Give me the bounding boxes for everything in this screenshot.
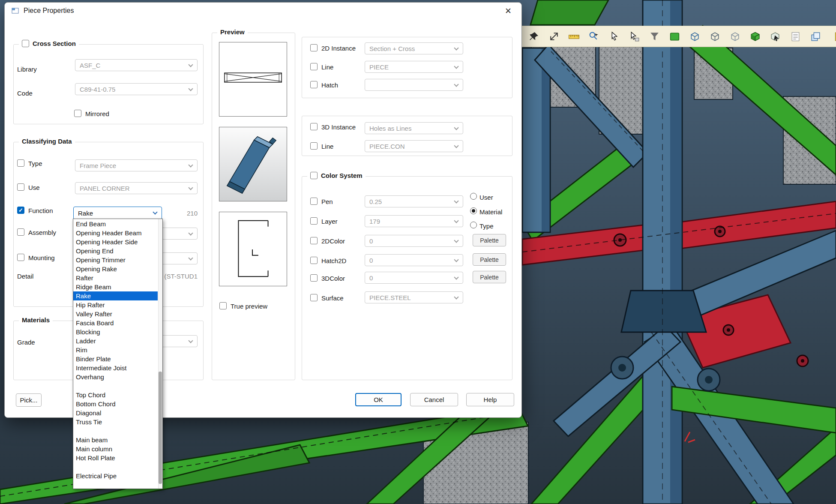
layer-checkbox[interactable]	[310, 217, 318, 225]
color2d-combo[interactable]: 0	[365, 235, 463, 247]
pick-button[interactable]: Pick...	[16, 393, 42, 407]
radio-user[interactable]	[470, 193, 477, 200]
function-combo[interactable]: Rake	[73, 207, 162, 219]
palette-3d-button[interactable]: Palette	[473, 271, 506, 283]
function-option[interactable]: Main column	[73, 444, 158, 453]
function-checkbox[interactable]: ✓	[17, 207, 24, 214]
pen-combo[interactable]: 0.25	[365, 195, 463, 207]
surface-checkbox[interactable]	[310, 294, 318, 301]
box-wire-blue-icon[interactable]	[688, 30, 701, 43]
function-option[interactable]	[73, 462, 158, 471]
mirrored-label: Mirrored	[85, 110, 109, 118]
pin-icon[interactable]	[527, 30, 540, 43]
type-checkbox[interactable]	[17, 159, 24, 167]
function-option[interactable]: End Beam	[73, 219, 158, 228]
select-cursor-icon[interactable]	[607, 30, 621, 43]
palette-hatch2d-button[interactable]: Palette	[473, 253, 506, 266]
mounting-checkbox[interactable]	[17, 254, 24, 261]
function-option[interactable]: Ridge Beam	[73, 282, 158, 291]
function-option[interactable]: Electrical Pipe	[73, 471, 158, 480]
close-icon[interactable]: ✕	[502, 6, 515, 16]
function-option[interactable]: Bottom Chord	[73, 399, 158, 408]
line2d-combo[interactable]: PIECE	[365, 61, 463, 73]
ok-button[interactable]: OK	[355, 393, 402, 406]
preview-2d-section	[219, 42, 287, 117]
line3d-checkbox[interactable]	[310, 142, 318, 150]
cube-solid-icon[interactable]	[748, 30, 762, 43]
instance3d-combo[interactable]: Holes as Lines	[365, 122, 463, 134]
use-combo[interactable]: PANEL CORNER	[75, 182, 198, 194]
scrollbar-thumb[interactable]	[159, 372, 162, 484]
instance2d-combo[interactable]: Section + Cross	[365, 42, 463, 54]
pan-icon[interactable]	[547, 30, 560, 43]
palette-2d-button[interactable]: Palette	[473, 234, 506, 246]
layers-icon[interactable]	[809, 30, 822, 43]
radio-type[interactable]	[470, 222, 477, 228]
cross-section-checkbox[interactable]	[22, 40, 29, 47]
function-option[interactable]: Opening Header Beam	[73, 228, 158, 237]
function-option[interactable]	[73, 381, 158, 390]
instance2d-checkbox[interactable]	[310, 44, 318, 51]
function-option[interactable]: Top Chord	[73, 390, 158, 399]
function-option[interactable]: Rim	[73, 345, 158, 354]
hatch2d-combo[interactable]: 0	[365, 254, 463, 266]
function-option[interactable]: Opening End	[73, 246, 158, 255]
function-option[interactable]: Ladder	[73, 336, 158, 345]
clipped-icon[interactable]	[829, 30, 836, 43]
function-option[interactable]: Valley Rafter	[73, 309, 158, 318]
true-preview-checkbox[interactable]	[219, 302, 227, 309]
pen-checkbox[interactable]	[310, 198, 318, 205]
color3d-checkbox[interactable]	[310, 274, 318, 282]
panel-icon[interactable]	[668, 30, 681, 43]
cancel-button[interactable]: Cancel	[410, 393, 458, 406]
function-option[interactable]	[73, 426, 158, 435]
dialog-titlebar[interactable]: Piece Properties ✕	[5, 3, 521, 19]
color3d-combo[interactable]: 0	[365, 272, 463, 284]
library-combo[interactable]: ASF_C	[75, 59, 198, 71]
pen-label: Pen	[321, 198, 333, 206]
function-option[interactable]: Hot Roll Plate	[73, 453, 158, 462]
function-option[interactable]: Hip Rafter	[73, 300, 158, 309]
function-option[interactable]: Opening Header Side	[73, 237, 158, 246]
line2d-checkbox[interactable]	[310, 63, 318, 70]
mirrored-checkbox[interactable]	[74, 110, 81, 117]
line3d-combo[interactable]: PIECE.CON	[365, 140, 463, 152]
hatch-combo[interactable]	[365, 79, 463, 91]
box-wire-gray-icon[interactable]	[708, 30, 722, 43]
color2d-checkbox[interactable]	[310, 237, 318, 244]
function-option[interactable]: Rafter	[73, 273, 158, 282]
surface-combo[interactable]: PIECE.STEEL	[365, 291, 463, 303]
type-combo[interactable]: Frame Piece	[75, 159, 198, 171]
assembly-checkbox[interactable]	[17, 228, 24, 236]
function-option[interactable]: Rake	[73, 291, 158, 300]
notes-icon[interactable]	[788, 30, 802, 43]
use-checkbox[interactable]	[17, 183, 24, 191]
function-option[interactable]: Opening Rake	[73, 264, 158, 273]
function-option[interactable]: Fascia Board	[73, 318, 158, 327]
code-combo[interactable]: C89-41-0.75	[75, 83, 198, 95]
hatch2d-checkbox[interactable]	[310, 257, 318, 264]
ruler-icon[interactable]	[567, 30, 581, 43]
hatch-checkbox[interactable]	[310, 81, 318, 88]
zoom-cursor-icon[interactable]	[587, 30, 601, 43]
cube-select-icon[interactable]	[768, 30, 782, 43]
instance3d-checkbox[interactable]	[310, 123, 318, 130]
function-option[interactable]: Blocking	[73, 327, 158, 336]
layer-combo[interactable]: 179	[365, 215, 463, 227]
filter-icon[interactable]	[647, 30, 661, 43]
modify-cursor-icon[interactable]	[627, 30, 641, 43]
function-option[interactable]: Main beam	[73, 435, 158, 444]
chevron-down-icon	[454, 45, 458, 50]
function-option[interactable]: Intermediate Joist	[73, 363, 158, 372]
function-option[interactable]: Diagonal	[73, 408, 158, 417]
chevron-down-icon	[454, 198, 458, 203]
function-option[interactable]: Truss Tie	[73, 417, 158, 426]
radio-material[interactable]	[470, 207, 477, 214]
help-button[interactable]: Help	[466, 393, 514, 406]
function-option[interactable]: Overhang	[73, 372, 158, 381]
function-option[interactable]: Opening Trimmer	[73, 255, 158, 264]
box-wire-light-icon[interactable]	[728, 30, 742, 43]
list-scrollbar[interactable]	[158, 219, 162, 489]
color-system-checkbox[interactable]	[310, 172, 318, 179]
function-option[interactable]: Binder Plate	[73, 354, 158, 363]
